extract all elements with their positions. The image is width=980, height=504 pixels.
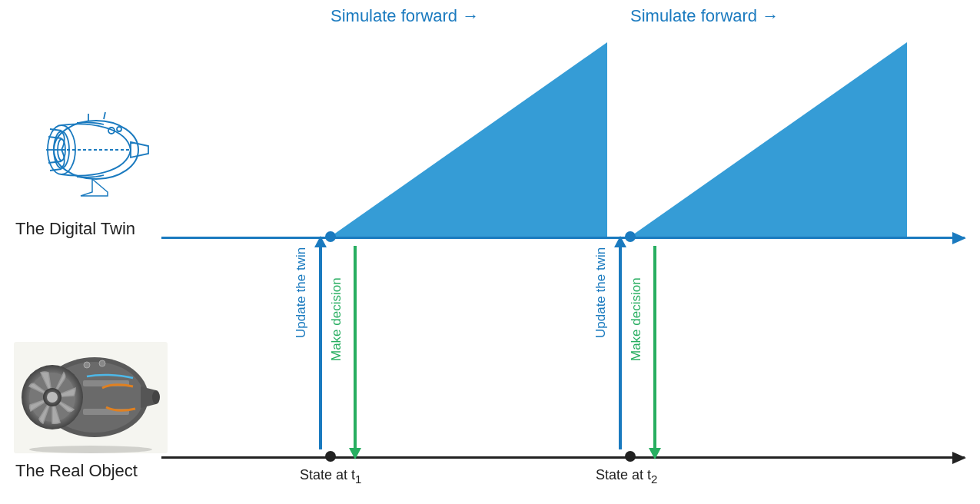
svg-point-28 <box>29 446 152 453</box>
svg-point-26 <box>84 362 90 368</box>
dot-twin-t1 <box>325 231 336 242</box>
digital-twin-timeline <box>161 237 965 239</box>
dot-twin-t2 <box>625 231 636 242</box>
real-object-timeline <box>161 456 965 459</box>
svg-line-6 <box>50 129 61 131</box>
simulate-forward-label-2: Simulate forward → <box>630 6 779 26</box>
real-object-icon <box>14 342 168 453</box>
update-twin-label-2: Update the twin <box>593 247 609 338</box>
update-twin-arrow-1 <box>319 246 322 449</box>
update-twin-label-1: Update the twin <box>294 247 309 338</box>
make-decision-label-2: Make decision <box>629 277 644 361</box>
state-t2-label: State at t2 <box>596 467 657 486</box>
make-decision-label-1: Make decision <box>329 277 344 361</box>
explore-optimize-text-2: Explore Optimize <box>646 61 719 113</box>
update-twin-arrow-2 <box>619 246 622 449</box>
diagram-container: Simulate forward → Simulate forward → Ex… <box>0 0 980 504</box>
state-t1-label: State at t1 <box>300 467 361 486</box>
digital-twin-label: The Digital Twin <box>15 219 135 239</box>
simulate-forward-label-1: Simulate forward → <box>331 6 479 26</box>
svg-line-12 <box>104 112 105 119</box>
svg-point-25 <box>152 390 160 404</box>
real-object-label: The Real Object <box>15 461 138 481</box>
svg-line-10 <box>50 169 61 171</box>
dot-real-t1 <box>325 451 336 462</box>
svg-point-27 <box>99 360 105 366</box>
make-decision-arrow-2 <box>653 246 656 449</box>
svg-point-22 <box>47 392 58 403</box>
digital-twin-timeline-arrow <box>952 232 966 244</box>
digital-twin-icon <box>19 100 161 207</box>
svg-line-7 <box>48 137 61 138</box>
svg-line-9 <box>48 161 61 163</box>
dot-real-t2 <box>625 451 636 462</box>
svg-point-15 <box>117 127 121 131</box>
explore-optimize-text-1: Explore Optimize <box>346 61 419 113</box>
real-object-timeline-arrow <box>952 452 966 464</box>
make-decision-arrow-1 <box>354 246 357 449</box>
